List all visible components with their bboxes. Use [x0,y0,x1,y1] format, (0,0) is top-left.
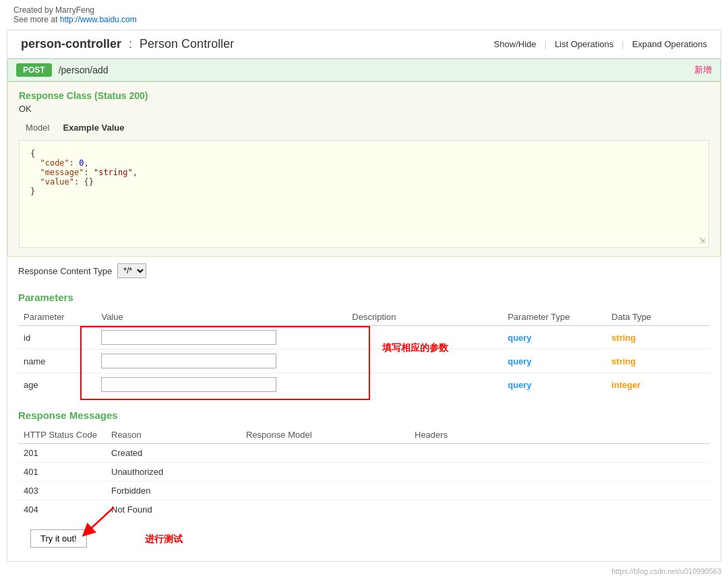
list-operations-link[interactable]: List Operations [555,39,613,49]
reason-403: Forbidden [106,482,241,500]
reason-404: Not Found [106,500,241,519]
svg-line-0 [87,507,114,532]
col-response-model: Response Model [241,426,409,444]
headers-201 [409,444,710,463]
col-http-status: HTTP Status Code [18,426,106,444]
created-by: Created by MarryFeng [13,5,715,15]
baidu-link[interactable]: http://www.baidu.com [60,15,137,24]
input-id[interactable] [101,330,276,345]
example-value-tab[interactable]: Example Value [56,121,131,135]
status-code-201: 201 [18,444,106,463]
table-row: 201 Created [18,444,710,463]
see-more: See more at http://www.baidu.com [13,15,715,24]
param-name-age: age [18,373,96,397]
response-messages-title: Response Messages [18,410,710,421]
input-age[interactable] [101,377,276,392]
content-type-select[interactable]: */* [117,263,146,278]
param-type-id: query [502,326,606,350]
try-annotation: 进行测试 [145,533,183,546]
endpoint-bar[interactable]: POST /person/add 新增 [7,59,721,81]
headers-404 [409,500,710,519]
param-value-name[interactable] [96,350,346,373]
param-value-id[interactable] [96,326,346,350]
resize-handle[interactable]: ⇲ [699,233,706,246]
controller-header: person-controller : Person Controller Sh… [7,30,721,59]
json-content: { "code": 0, "message": "string", "value… [30,149,698,196]
params-wrapper: Parameter Value Description Parameter Ty… [18,308,710,396]
param-name-name: name [18,350,96,373]
col-value: Value [96,308,346,326]
expand-operations-link[interactable]: Expand Operations [632,39,707,49]
param-type-age: query [502,373,606,397]
controller-name: person-controller [21,37,121,51]
method-badge: POST [16,63,52,77]
reason-401: Unauthorized [106,463,241,482]
table-row: id query string [18,326,710,350]
model-201 [241,444,409,463]
table-row: 401 Unauthorized [18,463,710,482]
col-headers: Headers [409,426,710,444]
title-separator: : [129,37,132,51]
controller-subtitle: Person Controller [140,37,234,51]
parameters-title: Parameters [18,292,710,303]
col-param-type: Parameter Type [502,308,606,326]
table-row: age query integer [18,373,710,397]
model-404 [241,500,409,519]
json-box: { "code": 0, "message": "string", "value… [19,140,709,248]
response-class-section: Response Class (Status 200) OK Model Exa… [7,81,721,257]
content-type-label: Response Content Type [18,266,112,276]
status-code-403: 403 [18,482,106,500]
status-ok: OK [19,104,709,114]
headers-403 [409,482,710,500]
param-desc-age [346,373,502,397]
data-type-name: string [606,350,710,373]
endpoint-path: /person/add [59,65,109,75]
headers-401 [409,463,710,482]
response-content-type: Response Content Type */* [7,257,721,285]
col-parameter: Parameter [18,308,96,326]
status-code-401: 401 [18,463,106,482]
controller-wrapper: person-controller : Person Controller Sh… [7,30,721,562]
col-description: Description [346,308,502,326]
input-name[interactable] [101,354,276,368]
model-403 [241,482,409,500]
response-messages-section: Response Messages HTTP Status Code Reaso… [7,403,721,561]
top-info: Created by MarryFeng See more at http://… [0,0,728,27]
table-row: 403 Forbidden [18,482,710,500]
new-label: 新增 [694,64,712,76]
show-hide-link[interactable]: Show/Hide [494,39,537,49]
parameters-section: Parameters Parameter Value Description P… [7,285,721,403]
response-class-title: Response Class (Status 200) [19,90,709,101]
parameters-table: Parameter Value Description Parameter Ty… [18,308,710,396]
watermark: https://blog.csdn.net/u010990563 [0,564,728,578]
data-type-age: integer [606,373,710,397]
model-401 [241,463,409,482]
param-type-name: query [502,350,606,373]
arrow-icon [73,504,114,537]
reason-201: Created [106,444,241,463]
controller-actions: Show/Hide | List Operations | Expand Ope… [494,39,707,49]
model-tab[interactable]: Model [19,121,56,135]
table-row: name query string [18,350,710,373]
param-name-id: id [18,326,96,350]
controller-title: person-controller : Person Controller [21,37,234,51]
param-value-age[interactable] [96,373,346,397]
col-data-type: Data Type [606,308,710,326]
model-tabs: Model Example Value [19,121,709,135]
table-row: 404 Not Found [18,500,710,519]
data-type-id: string [606,326,710,350]
col-reason: Reason [106,426,241,444]
fill-annotation: 填写相应的参数 [382,342,448,354]
response-messages-table: HTTP Status Code Reason Response Model H… [18,426,710,519]
